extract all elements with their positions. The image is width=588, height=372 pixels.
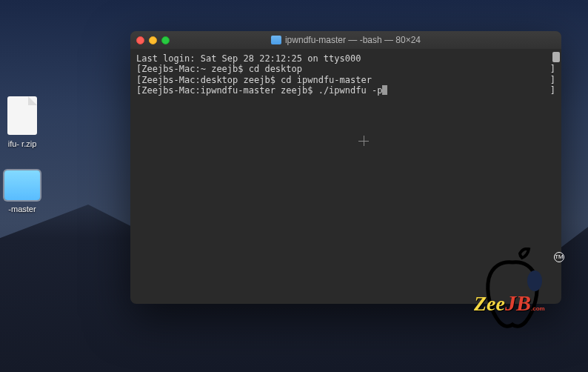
desktop-file-zip[interactable]: ifu- r.zip [0, 96, 44, 148]
zip-file-icon [7, 96, 37, 135]
apple-logo-icon [475, 248, 549, 329]
scrollbar-thumb[interactable] [552, 52, 560, 62]
maximize-button[interactable] [161, 36, 170, 44]
logo-com-text: .com [531, 305, 545, 312]
terminal-line-3: [Zeejbs-Mac:desktop zeejb$ cd ipwndfu-ma… [136, 75, 555, 85]
window-controls [136, 36, 170, 44]
prompt-3: Zeejbs-Mac:desktop zeejb$ [141, 75, 281, 85]
terminal-line-2: [Zeejbs-Mac:~ zeejb$ cd desktop] [136, 64, 555, 74]
cmd-3: cd ipwndfu-master [281, 75, 372, 85]
folder-icon [4, 170, 40, 200]
terminal-line-1: Last login: Sat Sep 28 22:12:25 on ttys0… [136, 53, 555, 64]
prompt-2: Zeejbs-Mac:~ zeejb$ [141, 64, 249, 74]
window-title-text: ipwndfu-master — -bash — 80×24 [285, 35, 421, 45]
desktop-folder-master[interactable]: -master [0, 170, 44, 213]
folder-mini-icon [271, 36, 281, 44]
close-button[interactable] [136, 36, 144, 44]
cmd-4: ./ipwndfu -p [318, 85, 383, 96]
window-title-bar[interactable]: ipwndfu-master — -bash — 80×24 [130, 31, 561, 49]
window-title: ipwndfu-master — -bash — 80×24 [271, 35, 421, 45]
last-login-text: Last login: Sat Sep 28 22:12:25 on ttys0… [136, 53, 555, 64]
trademark-icon: TM [554, 252, 564, 262]
desktop-icons-area: ifu- r.zip -master [0, 96, 44, 213]
svg-point-0 [527, 270, 542, 291]
cmd-2: cd desktop [249, 64, 302, 74]
prompt-4: Zeejbs-Mac:ipwndfu-master zeejb$ [141, 85, 318, 96]
logo-zee-text: Zee [474, 292, 505, 316]
watermark-logo: Zee JB .com TM [461, 248, 566, 329]
folder-label: -master [8, 205, 36, 213]
zip-file-label: ifu- r.zip [8, 139, 37, 148]
terminal-cursor [382, 85, 387, 95]
logo-jb-text: JB [505, 290, 531, 316]
minimize-button[interactable] [149, 36, 157, 44]
terminal-line-4: [Zeejbs-Mac:ipwndfu-master zeejb$ ./ipwn… [136, 85, 555, 96]
